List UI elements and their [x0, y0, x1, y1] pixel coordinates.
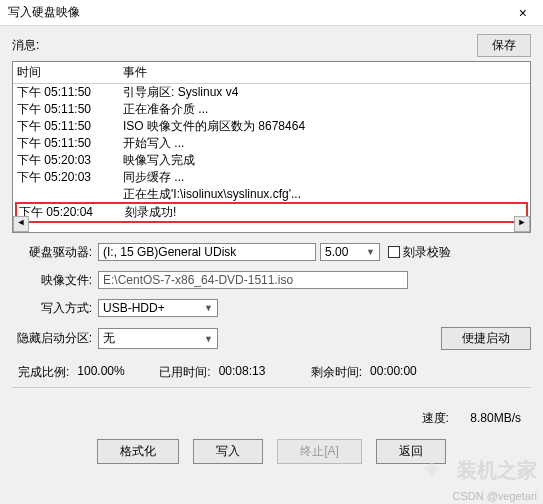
log-row: 下午 05:20:03映像写入完成	[17, 152, 526, 169]
log-event: 刻录成功!	[125, 204, 524, 221]
scroll-left-icon[interactable]: ◄	[13, 216, 29, 232]
log-event: 开始写入 ...	[123, 135, 526, 152]
titlebar: 写入硬盘映像 ×	[0, 0, 543, 26]
log-box: 时间 事件 下午 05:11:50引导扇区: Syslinux v4下午 05:…	[12, 61, 531, 233]
log-time	[17, 186, 123, 203]
message-label: 消息:	[12, 37, 477, 54]
portable-boot-button[interactable]: 便捷启动	[441, 327, 531, 350]
speed-value: 8.80MB/s	[470, 411, 521, 425]
chevron-down-icon: ▼	[366, 247, 375, 257]
csdn-credit: CSDN @vegetari	[452, 490, 537, 502]
write-button[interactable]: 写入	[193, 439, 263, 464]
window-title: 写入硬盘映像	[8, 4, 80, 21]
save-button[interactable]: 保存	[477, 34, 531, 57]
log-row: 下午 05:20:04刻录成功!	[15, 202, 528, 223]
elapsed-label: 已用时间:	[159, 364, 210, 381]
done-label: 完成比例:	[18, 364, 69, 381]
drive-dropdown[interactable]: (I:, 15 GB)General UDisk	[98, 243, 316, 261]
speed-label: 速度:	[422, 411, 449, 425]
log-event: 引导扇区: Syslinux v4	[123, 84, 526, 101]
log-event: 正在生成'I:\isolinux\syslinux.cfg'...	[123, 186, 526, 203]
remain-label: 剩余时间:	[311, 364, 362, 381]
log-row: 下午 05:11:50引导扇区: Syslinux v4	[17, 84, 526, 101]
image-label: 映像文件:	[12, 272, 98, 289]
log-row: 下午 05:11:50ISO 映像文件的扇区数为 8678464	[17, 118, 526, 135]
log-event: 正在准备介质 ...	[123, 101, 526, 118]
chevron-down-icon: ▼	[204, 334, 213, 344]
log-head-event: 事件	[123, 64, 526, 81]
log-row: 正在生成'I:\isolinux\syslinux.cfg'...	[17, 186, 526, 203]
log-time: 下午 05:11:50	[17, 84, 123, 101]
log-event: 映像写入完成	[123, 152, 526, 169]
log-row: 下午 05:11:50开始写入 ...	[17, 135, 526, 152]
log-time: 下午 05:11:50	[17, 101, 123, 118]
remain-value: 00:00:00	[370, 364, 417, 381]
log-time: 下午 05:11:50	[17, 135, 123, 152]
done-value: 100.00%	[77, 364, 151, 381]
elapsed-value: 00:08:13	[219, 364, 303, 381]
image-path-input[interactable]: E:\CentOS-7-x86_64-DVD-1511.iso	[98, 271, 408, 289]
hidden-dropdown[interactable]: 无 ▼	[98, 328, 218, 349]
log-head-time: 时间	[17, 64, 123, 81]
log-event: ISO 映像文件的扇区数为 8678464	[123, 118, 526, 135]
log-event: 同步缓存 ...	[123, 169, 526, 186]
write-mode-dropdown[interactable]: USB-HDD+ ▼	[98, 299, 218, 317]
abort-button: 终止[A]	[277, 439, 362, 464]
back-button[interactable]: 返回	[376, 439, 446, 464]
log-time: 下午 05:11:50	[17, 118, 123, 135]
log-time: 下午 05:20:03	[17, 169, 123, 186]
drive-speed-dropdown[interactable]: 5.00 ▼	[320, 243, 380, 261]
verify-checkbox[interactable]: 刻录校验	[388, 244, 451, 261]
chevron-down-icon: ▼	[204, 303, 213, 313]
close-icon[interactable]: ×	[511, 5, 535, 21]
write-mode-label: 写入方式:	[12, 300, 98, 317]
content: 消息: 保存 时间 事件 下午 05:11:50引导扇区: Syslinux v…	[0, 26, 543, 472]
log-row: 下午 05:20:03同步缓存 ...	[17, 169, 526, 186]
hidden-label: 隐藏启动分区:	[12, 330, 98, 347]
scroll-right-icon[interactable]: ►	[514, 216, 530, 232]
drive-label: 硬盘驱动器:	[12, 244, 98, 261]
log-row: 下午 05:11:50正在准备介质 ...	[17, 101, 526, 118]
log-time: 下午 05:20:03	[17, 152, 123, 169]
format-button[interactable]: 格式化	[97, 439, 179, 464]
log-time: 下午 05:20:04	[19, 204, 125, 221]
